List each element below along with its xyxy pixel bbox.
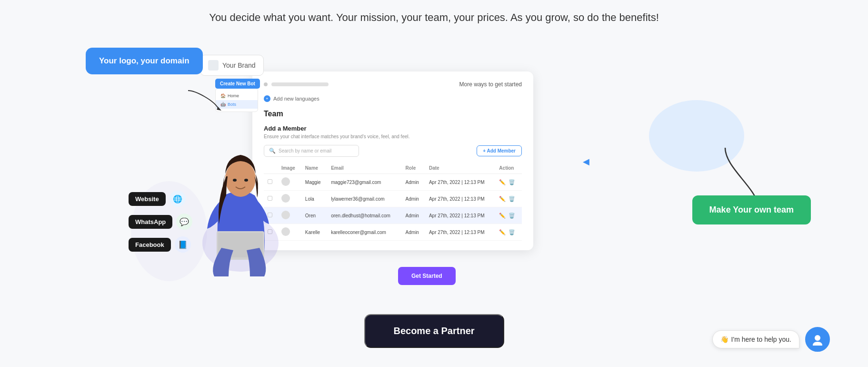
channel-facebook: Facebook 📘 — [129, 236, 192, 253]
table-row: Maggie maggie723@gmail.com Admin Apr 27t… — [264, 174, 522, 191]
edit-icon[interactable]: ✏️ — [499, 196, 506, 202]
facebook-icon: 📘 — [175, 236, 191, 253]
col-action: Action — [495, 163, 522, 174]
panel-top-bar: More ways to get started — [264, 81, 522, 88]
channel-website: Website 🌐 — [129, 191, 192, 207]
chat-bubble[interactable]: 👋 I'm here to help you. — [712, 330, 799, 348]
member-email: karelleoconer@gmail.com — [327, 224, 401, 241]
member-role: Admin — [402, 174, 425, 191]
add-lang-text: Add new languages — [273, 96, 319, 102]
table-row: Karelle karelleoconer@gmail.com Admin Ap… — [264, 224, 522, 241]
website-label: Website — [129, 192, 166, 206]
edit-icon[interactable]: ✏️ — [499, 229, 506, 235]
col-email: Email — [327, 163, 401, 174]
arrow-left-indicator: ◀ — [583, 156, 589, 167]
action-icons: ✏️ 🗑️ — [499, 196, 518, 202]
edit-icon[interactable]: ✏️ — [499, 213, 506, 219]
whatsapp-icon: 💬 — [176, 214, 192, 230]
col-name: Name — [301, 163, 327, 174]
member-date: Apr 27th, 2022 | 12:13 PM — [425, 191, 495, 207]
svg-point-6 — [244, 179, 248, 182]
main-content: Your logo, your domain Your Brand Create… — [0, 33, 868, 329]
become-partner-button[interactable]: Become a Partner — [364, 314, 504, 348]
facebook-label: Facebook — [129, 238, 171, 252]
member-name: Lola — [301, 191, 327, 207]
website-icon: 🌐 — [170, 191, 186, 207]
col-role: Role — [402, 163, 425, 174]
add-member-desc: Ensure your chat interface matches your … — [264, 134, 522, 139]
brand-icon — [208, 60, 219, 71]
member-name: Maggie — [301, 174, 327, 191]
member-email: lylawerner36@gmail.com — [327, 191, 401, 207]
table-row: Lola lylawerner36@gmail.com Admin Apr 27… — [264, 191, 522, 207]
add-member-button[interactable]: + Add Member — [477, 145, 522, 156]
member-date: Apr 27th, 2022 | 12:13 PM — [425, 207, 495, 224]
make-team-button[interactable]: Make Your own team — [692, 195, 811, 224]
member-email: maggie723@gmail.com — [327, 174, 401, 191]
member-name: Oren — [301, 207, 327, 224]
svg-point-5 — [233, 179, 237, 182]
channel-pills: Website 🌐 WhatsApp 💬 Facebook 📘 — [129, 191, 192, 253]
col-date: Date — [425, 163, 495, 174]
chat-emoji: 👋 — [720, 336, 728, 343]
svg-point-8 — [815, 335, 820, 341]
action-icons: ✏️ 🗑️ — [499, 179, 518, 185]
logo-domain-bubble: Your logo, your domain — [86, 48, 203, 74]
member-name: Karelle — [301, 224, 327, 241]
team-title: Team — [264, 110, 522, 118]
purple-get-started-button[interactable]: Get Started — [398, 267, 456, 285]
member-role: Admin — [402, 207, 425, 224]
page-wrapper: You decide what you want. Your mission, … — [0, 0, 868, 367]
table-row: Oren oren.dledhust@hotmail.com Admin Apr… — [264, 207, 522, 224]
action-icons: ✏️ 🗑️ — [499, 229, 518, 235]
more-ways-label: More ways to get started — [459, 81, 522, 88]
delete-icon[interactable]: 🗑️ — [509, 179, 515, 185]
member-date: Apr 27th, 2022 | 12:13 PM — [425, 174, 495, 191]
brand-label: Your Brand — [222, 61, 256, 69]
more-ways-text: More ways to get started — [459, 81, 522, 88]
whatsapp-label: WhatsApp — [129, 215, 172, 229]
member-email: oren.dledhust@hotmail.com — [327, 207, 401, 224]
panel-bar — [271, 82, 329, 86]
action-icons: ✏️ 🗑️ — [499, 213, 518, 219]
search-add-row: 🔍 Search by name or email + Add Member — [264, 145, 522, 157]
chat-avatar[interactable] — [805, 327, 830, 352]
panel-dot-1 — [264, 82, 268, 86]
brand-arrow — [186, 86, 224, 114]
brand-card: Your Brand — [200, 55, 264, 76]
member-role: Admin — [402, 191, 425, 207]
svg-point-4 — [225, 161, 256, 197]
channel-whatsapp: WhatsApp 💬 — [129, 214, 192, 230]
add-member-section: Add a Member Ensure your chat interface … — [264, 125, 522, 139]
table-header-row: Image Name Email Role Date Action — [264, 163, 522, 174]
delete-icon[interactable]: 🗑️ — [509, 229, 515, 235]
member-date: Apr 27th, 2022 | 12:13 PM — [425, 224, 495, 241]
tagline: You decide what you want. Your mission, … — [209, 11, 659, 24]
delete-icon[interactable]: 🗑️ — [509, 213, 515, 219]
chat-widget: 👋 I'm here to help you. — [712, 327, 830, 352]
add-member-title: Add a Member — [264, 125, 522, 132]
chat-bubble-text: I'm here to help you. — [731, 336, 791, 343]
team-table: Image Name Email Role Date Action Maggie… — [264, 163, 522, 241]
delete-icon[interactable]: 🗑️ — [509, 196, 515, 202]
person-illustration — [181, 110, 300, 276]
add-languages-row: + Add new languages — [264, 95, 522, 102]
member-role: Admin — [402, 224, 425, 241]
add-lang-icon: + — [264, 95, 270, 102]
edit-icon[interactable]: ✏️ — [499, 179, 506, 185]
